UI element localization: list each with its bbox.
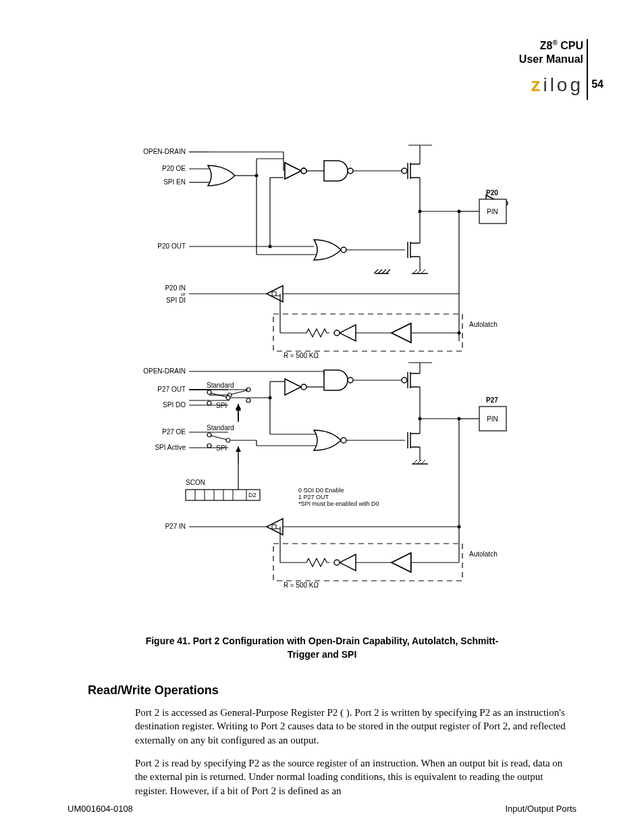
title-suffix: CPU [558,40,583,51]
section-heading: Read/Write Operations [88,683,219,698]
lbl-p20-oe: P20 OE [149,165,186,172]
lbl-pin-1: PIN [487,208,498,215]
lbl-standard-2: Standard [207,424,234,432]
circuit-diagram: OPEN-DRAIN P20 OE SPI EN P20 OUT P20 IN … [81,138,567,621]
caption-line1: Figure 41. Port 2 Configuration with Ope… [0,635,644,648]
lbl-r500-1: R ≈ 500 KΩ [284,352,319,359]
lbl-spi-en: SPI EN [149,178,186,186]
logo: zilog [531,74,583,95]
lbl-p27-out: P27 OUT [145,386,186,393]
logo-z: z [531,74,543,95]
page-number: 54 [591,78,603,90]
lbl-note-star: *SPI must be enabled with D0 [298,500,379,507]
lbl-p27-oe: P27 OE [145,428,186,436]
lbl-p27: P27 [486,396,498,404]
svg-line-98 [417,460,421,464]
lbl-spi-active: SPI Active [138,444,186,451]
footer-section: Input/Output Ports [505,804,576,814]
lbl-open-drain-2: OPEN-DRAIN [135,367,186,375]
caption-line2: Trigger and SPI [0,648,644,662]
doc-title-line1: Z8® CPU [519,39,583,53]
doc-title-line2: User Manual [519,53,583,66]
title-prefix: Z8 [540,40,553,51]
svg-line-97 [413,460,417,464]
lbl-note-0: 0 SOI D0 Enable [298,487,344,494]
lbl-spi-1: SPI [216,402,227,409]
svg-point-42 [255,174,259,178]
lbl-spi-2: SPI [216,444,227,452]
lbl-p20: P20 [486,189,498,197]
lbl-p20-out: P20 OUT [145,242,186,250]
lbl-d2: D2 [248,492,257,498]
lbl-scon: SCON [186,479,205,486]
header-rule [587,39,588,100]
title-sup: ® [552,39,557,47]
lbl-p20-in-3: SPI DI [155,296,186,304]
lbl-spi-do: SPI DO [145,401,186,409]
figure-caption: Figure 41. Port 2 Configuration with Ope… [0,635,644,661]
logo-rest: ilog [543,74,583,95]
svg-line-53 [421,269,425,273]
svg-line-99 [421,460,425,464]
svg-line-51 [413,269,417,273]
lbl-autolatch-1: Autolatch [469,321,498,328]
lbl-autolatch-2: Autolatch [469,550,498,558]
logo-block: zilog 54 [531,74,583,96]
footer-docnum: UM001604-0108 [68,804,133,814]
lbl-r500-2: R ≈ 500 KΩ [284,581,319,589]
lbl-standard-1: Standard [207,382,234,389]
body-para-1: Port 2 is accessed as General-Purpose Re… [135,706,567,747]
lbl-open-drain-1: OPEN-DRAIN [135,148,186,155]
lbl-pin-2: PIN [487,415,498,423]
svg-line-52 [417,269,421,273]
lbl-p27-in: P27 IN [155,523,186,530]
body-para-2: Port 2 is read by specifying P2 as the s… [135,756,567,798]
doc-header: Z8® CPU User Manual [519,39,583,66]
lbl-note-1: 1 P27 OUT [298,494,329,500]
svg-point-118 [458,525,461,529]
svg-point-64 [458,332,461,335]
